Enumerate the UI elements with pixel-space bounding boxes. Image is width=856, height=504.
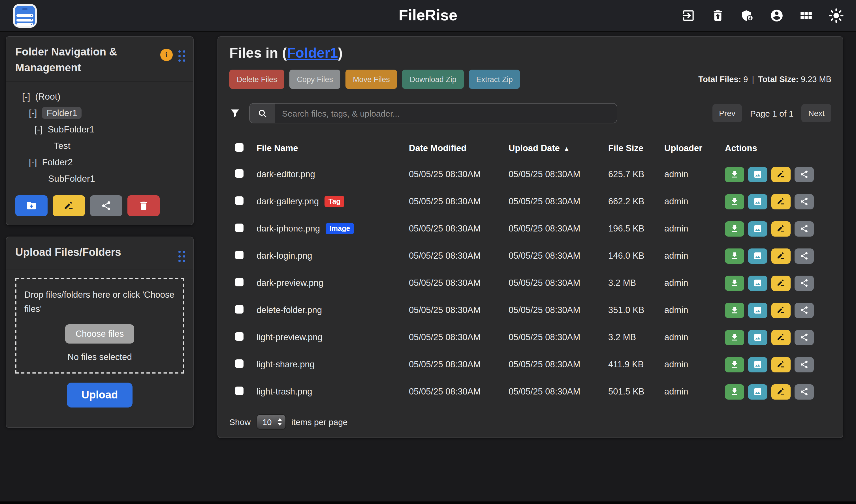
column-header-file-name[interactable]: File Name (257, 143, 409, 154)
tree-item-folder2[interactable]: [-]Folder2 (15, 154, 184, 170)
move-files-button[interactable]: Move Files (346, 70, 397, 89)
download-file-button[interactable] (725, 303, 744, 318)
row-checkbox[interactable] (235, 277, 244, 286)
next-page-button[interactable]: Next (801, 104, 832, 122)
extract-zip-button[interactable]: Extract Zip (469, 70, 520, 89)
row-checkbox[interactable] (235, 305, 244, 313)
totals-summary: Total Files: 9|Total Size: 9.23 MB (698, 75, 832, 84)
share-file-button[interactable] (794, 357, 814, 372)
column-header-upload-date[interactable]: Upload Date▲ (509, 143, 608, 154)
row-checkbox[interactable] (235, 386, 244, 395)
share-file-button[interactable] (794, 221, 814, 236)
file-name[interactable]: light-preview.png (257, 332, 322, 342)
tree-item-folder1[interactable]: [-]Folder1 (15, 105, 184, 121)
edit-file-button[interactable] (771, 275, 791, 291)
download-file-button[interactable] (725, 221, 744, 236)
file-name[interactable]: light-share.png (257, 359, 315, 370)
preview-image-button[interactable] (748, 248, 767, 264)
column-header-uploader[interactable]: Uploader (664, 143, 725, 154)
delete-folder-button[interactable] (127, 195, 160, 216)
row-checkbox[interactable] (235, 169, 244, 177)
preview-image-button[interactable] (748, 167, 767, 182)
logout-icon[interactable] (681, 8, 695, 23)
preview-image-button[interactable] (748, 194, 767, 209)
select-all-checkbox[interactable] (235, 143, 244, 151)
folder-action-buttons (6, 187, 193, 225)
download-zip-button[interactable]: Download Zip (402, 70, 464, 89)
file-name[interactable]: dark-preview.png (257, 278, 324, 288)
table-row: light-preview.png 05/05/25 08:30AM 05/05… (229, 324, 832, 351)
preview-image-button[interactable] (748, 330, 767, 345)
preview-image-button[interactable] (748, 357, 767, 372)
delete-files-button[interactable]: Delete Files (229, 70, 284, 89)
download-file-button[interactable] (725, 167, 744, 182)
create-folder-button[interactable] (15, 195, 48, 216)
edit-file-button[interactable] (771, 248, 791, 264)
search-input[interactable] (275, 104, 617, 123)
share-file-button[interactable] (794, 384, 814, 399)
download-file-button[interactable] (725, 357, 744, 372)
file-name[interactable]: dark-iphone.png (257, 223, 320, 234)
upload-button[interactable]: Upload (67, 382, 133, 407)
row-checkbox[interactable] (235, 223, 244, 232)
edit-file-button[interactable] (771, 194, 791, 209)
share-file-button[interactable] (794, 248, 814, 264)
rename-folder-button[interactable] (53, 195, 85, 216)
share-file-button[interactable] (794, 303, 814, 318)
file-name[interactable]: delete-folder.png (257, 305, 322, 315)
admin-shield-icon[interactable] (740, 8, 754, 23)
column-header-date-modified[interactable]: Date Modified (409, 143, 509, 154)
user-account-icon[interactable] (769, 8, 784, 23)
tree-item-root[interactable]: [-](Root) (15, 88, 184, 105)
drag-handle-icon[interactable] (178, 50, 185, 62)
preview-image-button[interactable] (748, 221, 767, 236)
edit-file-button[interactable] (771, 167, 791, 182)
choose-files-button[interactable]: Choose files (65, 324, 134, 343)
edit-file-button[interactable] (771, 303, 791, 318)
tree-item-subfolder1[interactable]: [-]SubFolder1 (15, 121, 184, 138)
edit-file-button[interactable] (771, 357, 791, 372)
restore-trash-icon[interactable] (711, 8, 724, 23)
file-name[interactable]: dark-login.png (257, 251, 312, 261)
apps-grid-icon[interactable] (799, 8, 813, 23)
current-folder-link[interactable]: Folder1 (287, 45, 338, 60)
edit-file-button[interactable] (771, 384, 791, 399)
filter-funnel-icon[interactable] (229, 107, 241, 119)
share-file-button[interactable] (794, 275, 814, 291)
download-file-button[interactable] (725, 384, 744, 399)
edit-file-button[interactable] (771, 330, 791, 345)
share-file-button[interactable] (794, 167, 814, 182)
row-checkbox[interactable] (235, 359, 244, 367)
search-icon[interactable] (250, 104, 275, 123)
preview-image-button[interactable] (748, 303, 767, 318)
share-file-button[interactable] (794, 194, 814, 209)
download-file-button[interactable] (725, 330, 744, 345)
file-name[interactable]: dark-editor.png (257, 169, 315, 179)
items-per-page-select[interactable]: 10 (256, 414, 286, 430)
tree-item-folder2-subfolder1[interactable]: SubFolder1 (15, 170, 184, 187)
column-header-file-size[interactable]: File Size (608, 143, 664, 154)
theme-sun-icon[interactable] (828, 8, 843, 23)
download-file-button[interactable] (725, 275, 744, 291)
drag-handle-icon[interactable] (178, 251, 185, 262)
file-name[interactable]: light-trash.png (257, 386, 312, 397)
folder-navigation-panel: Folder Navigation & Management i [-](Roo… (6, 36, 194, 225)
prev-page-button[interactable]: Prev (712, 104, 742, 122)
share-file-button[interactable] (794, 330, 814, 345)
info-icon[interactable]: i (160, 49, 173, 61)
filerise-logo-icon[interactable] (13, 4, 37, 28)
dropzone[interactable]: Drop files/folders here or click 'Choose… (15, 278, 184, 373)
row-checkbox[interactable] (235, 332, 244, 340)
row-checkbox[interactable] (235, 250, 244, 259)
tree-item-test[interactable]: Test (15, 138, 184, 154)
edit-file-button[interactable] (771, 221, 791, 236)
file-name[interactable]: dark-gallery.png (257, 196, 319, 206)
download-file-button[interactable] (725, 248, 744, 264)
preview-image-button[interactable] (748, 275, 767, 291)
download-file-button[interactable] (725, 194, 744, 209)
preview-image-button[interactable] (748, 384, 767, 399)
share-folder-button[interactable] (90, 195, 122, 216)
upload-date: 05/05/25 08:30AM (509, 305, 608, 315)
copy-files-button[interactable]: Copy Files (290, 70, 340, 89)
row-checkbox[interactable] (235, 196, 244, 204)
